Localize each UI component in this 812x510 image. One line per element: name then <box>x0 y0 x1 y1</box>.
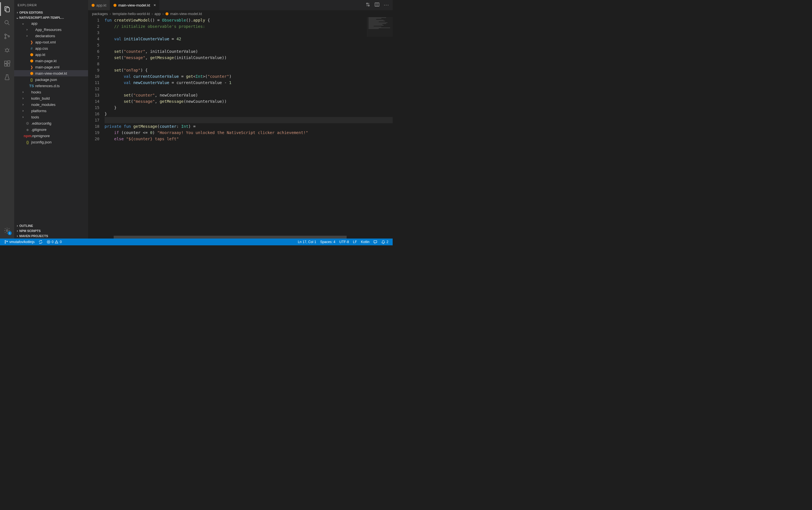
tree-item-label: node_modules <box>31 102 55 107</box>
npm-icon: npm <box>25 134 30 138</box>
chevron-right-icon: › <box>25 28 29 32</box>
svg-rect-8 <box>4 61 7 63</box>
tree-item-label: app <box>31 21 37 26</box>
minimap[interactable] <box>367 17 393 37</box>
tree-item[interactable]: ›kotlin_build <box>14 95 88 101</box>
code-content[interactable]: fun createViewModel() = Observable().app… <box>105 17 393 236</box>
search-icon[interactable] <box>0 16 14 30</box>
breadcrumbs[interactable]: packages› template-hello-world-kt› app› … <box>88 10 393 17</box>
svg-point-4 <box>5 34 6 35</box>
tree-item[interactable]: ⚙.editorconfig <box>14 120 88 126</box>
tree-item[interactable]: {}jsconfig.json <box>14 139 88 145</box>
git-branch[interactable]: vmutafov/kotlinjs <box>2 239 37 245</box>
cursor-position[interactable]: Ln 17, Col 1 <box>296 239 318 245</box>
scrollbar-thumb[interactable] <box>114 236 347 239</box>
svg-rect-10 <box>7 64 10 66</box>
tree-item-label: jsconfig.json <box>31 140 52 144</box>
tree-item[interactable]: {}package.json <box>14 77 88 83</box>
xml-icon: ❱ <box>29 65 34 69</box>
outline-section[interactable]: ›OUTLINE <box>14 223 88 228</box>
tree-item[interactable]: ◈.gitignore <box>14 126 88 132</box>
tree-item-label: declarations <box>35 34 55 38</box>
compare-icon[interactable] <box>366 2 370 8</box>
svg-point-6 <box>8 36 10 37</box>
chevron-right-icon: › <box>25 34 29 38</box>
notifications[interactable]: 2 <box>379 239 390 245</box>
tree-item-label: .npmignore <box>31 134 50 138</box>
tree-item[interactable]: ⬢app.kt <box>14 51 88 58</box>
tree-item[interactable]: ⬢main-view-model.kt <box>14 70 88 77</box>
svg-point-5 <box>5 37 6 39</box>
tree-item-label: package.json <box>35 78 57 82</box>
language-mode[interactable]: Kotlin <box>359 239 371 245</box>
tree-item[interactable]: #app.css <box>14 45 88 51</box>
tree-item[interactable]: ›platforms <box>14 108 88 114</box>
tree-item[interactable]: ›declarations <box>14 33 88 39</box>
tree-item-label: tools <box>31 115 39 119</box>
tree-item[interactable]: ›App_Resources <box>14 26 88 33</box>
git-icon: ◈ <box>25 127 30 132</box>
chevron-right-icon: › <box>21 115 25 119</box>
chevron-right-icon: › <box>21 90 25 94</box>
maven-projects-section[interactable]: ›MAVEN PROJECTS <box>14 233 88 239</box>
test-icon[interactable] <box>0 70 14 84</box>
chevron-right-icon: › <box>21 102 25 107</box>
eol[interactable]: LF <box>351 239 359 245</box>
tree-item-label: platforms <box>31 109 46 113</box>
open-editors-section[interactable]: ›OPEN EDITORS <box>14 10 88 15</box>
source-control-icon[interactable] <box>0 30 14 43</box>
tree-item[interactable]: ›node_modules <box>14 101 88 108</box>
workspace-section[interactable]: ⌄NATIVESCRIPT-APP-TEMPL… <box>14 15 88 20</box>
tree-item-label: app.css <box>35 46 48 51</box>
sidebar: EXPLORER ›OPEN EDITORS ⌄NATIVESCRIPT-APP… <box>14 0 88 239</box>
tree-item-label: main-view-model.kt <box>35 71 67 76</box>
indentation[interactable]: Spaces: 4 <box>318 239 337 245</box>
chevron-right-icon: › <box>21 96 25 100</box>
tree-item[interactable]: ❱app-root.xml <box>14 39 88 45</box>
tree-item-label: app-root.xml <box>35 40 56 44</box>
activity-bar: 1 <box>0 0 14 239</box>
tree-item[interactable]: TSreferences.d.ts <box>14 83 88 89</box>
encoding[interactable]: UTF-8 <box>337 239 351 245</box>
settings-badge: 1 <box>8 231 12 235</box>
tree-item[interactable]: npm.npmignore <box>14 132 88 139</box>
svg-line-3 <box>8 24 9 25</box>
tree-item[interactable]: ›hooks <box>14 89 88 95</box>
split-editor-icon[interactable] <box>375 2 379 8</box>
tree-item-label: hooks <box>31 90 41 94</box>
chevron-right-icon: › <box>21 109 25 113</box>
tree-item-label: App_Resources <box>35 28 62 32</box>
kotlin-icon: ⬢ <box>113 3 116 7</box>
sync-button[interactable] <box>37 239 45 245</box>
kotlin-icon: ⬢ <box>165 12 169 16</box>
tab-main-view-model[interactable]: ⬢ main-view-model.kt × <box>110 0 160 10</box>
explorer-icon[interactable] <box>0 2 14 16</box>
tree-item-label: kotlin_build <box>31 96 50 100</box>
editor: ⬢ app.kt ⬢ main-view-model.kt × ··· pack… <box>88 0 393 239</box>
chevron-down-icon: ⌄ <box>21 21 25 25</box>
debug-icon[interactable] <box>0 43 14 57</box>
tree-item[interactable]: ❱main-page.xml <box>14 64 88 70</box>
feedback-icon[interactable] <box>371 239 379 245</box>
code-editor[interactable]: 1234567891011121314151617181920 fun crea… <box>88 17 393 236</box>
tree-item-label: main-page.kt <box>35 59 57 63</box>
ts-icon: TS <box>29 84 34 88</box>
tree-item[interactable]: ›tools <box>14 114 88 120</box>
kotlin-icon: ⬢ <box>29 53 34 57</box>
close-icon[interactable]: × <box>153 3 156 7</box>
css-icon: # <box>29 46 34 51</box>
problems[interactable]: 0 0 <box>45 239 64 245</box>
extensions-icon[interactable] <box>0 57 14 70</box>
svg-rect-11 <box>8 61 10 63</box>
horizontal-scrollbar[interactable] <box>88 236 393 239</box>
tree-item-label: main-page.xml <box>35 65 59 69</box>
kotlin-icon: ⬢ <box>29 59 34 63</box>
kotlin-icon: ⬢ <box>91 3 95 7</box>
settings-gear-icon[interactable]: 1 <box>0 224 14 237</box>
npm-scripts-section[interactable]: ›NPM SCRIPTS <box>14 228 88 233</box>
status-bar: vmutafov/kotlinjs 0 0 Ln 17, Col 1 Space… <box>0 239 393 245</box>
tree-item[interactable]: ⌄app <box>14 20 88 26</box>
tree-item[interactable]: ⬢main-page.kt <box>14 58 88 64</box>
more-icon[interactable]: ··· <box>384 3 389 8</box>
tab-app-kt[interactable]: ⬢ app.kt <box>88 0 110 10</box>
